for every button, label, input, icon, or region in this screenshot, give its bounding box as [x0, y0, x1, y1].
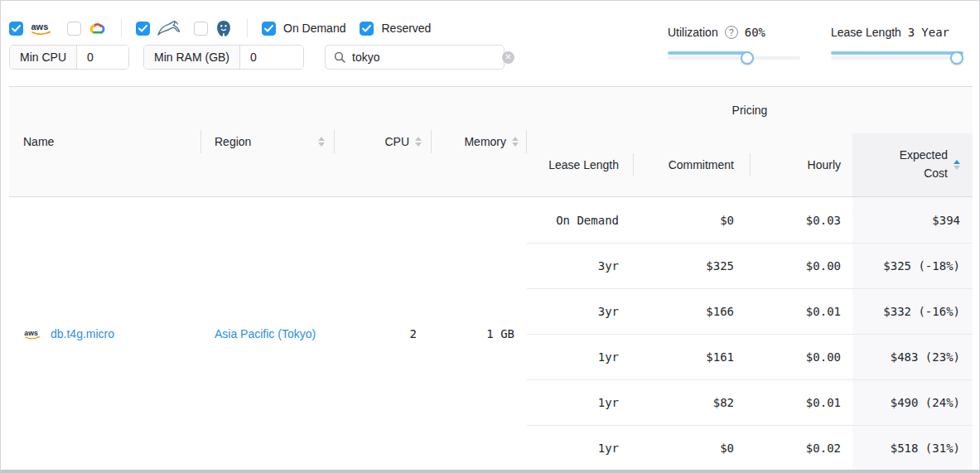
region-sort-icon[interactable] — [318, 137, 325, 147]
lease-value: 1yr — [527, 335, 634, 379]
expected-cost-value: $483 (23%) — [852, 335, 973, 379]
utilization-slider-thumb[interactable] — [741, 51, 754, 65]
name-column-header: Name — [9, 87, 201, 196]
min-cpu-input[interactable] — [77, 46, 128, 69]
expected-cost-column-header[interactable]: Expected Cost — [852, 133, 973, 196]
min-ram-input[interactable] — [240, 46, 303, 69]
cpu-column-header[interactable]: CPU — [335, 87, 432, 196]
region-column-header[interactable]: Region — [201, 87, 335, 196]
aws-checkbox[interactable] — [9, 22, 23, 36]
instances-table: Name Region CPU Memory Pricing — [9, 86, 973, 471]
postgresql-checkbox[interactable] — [194, 22, 208, 36]
clear-search-icon[interactable]: ✕ — [502, 51, 514, 64]
lease-length-label: Lease Length — [831, 26, 901, 39]
cpu-sort-icon[interactable] — [415, 137, 422, 147]
pricing-row: 1yr $0 $0.02 $518 (31%) — [527, 425, 973, 471]
commitment-value: $325 — [634, 244, 751, 288]
utilization-control: Utilization ? 60% — [668, 24, 800, 65]
lease-value: 1yr — [527, 380, 634, 425]
expected-cost-value: $490 (24%) — [852, 380, 973, 425]
lease-length-control: Lease Length 3 Year — [831, 24, 963, 65]
commitment-value: $166 — [634, 289, 751, 334]
svg-text:aws: aws — [24, 328, 38, 336]
hourly-value: $0.01 — [751, 289, 852, 334]
engine-filter-postgresql — [194, 20, 233, 37]
pricing-rows: On Demand $0 $0.03 $394 3yr $325 $0.00 $… — [527, 197, 973, 471]
pricing-column-group: Pricing Lease Length Commitment Hourly — [527, 87, 973, 196]
mysql-checkbox[interactable] — [136, 22, 150, 36]
pricing-row: 3yr $325 $0.00 $325 (-18%) — [527, 243, 973, 288]
instance-name-cell: aws db.t4g.micro — [9, 327, 201, 340]
utilization-slider[interactable] — [668, 51, 800, 65]
expected-cost-value: $394 — [852, 197, 973, 243]
search-input[interactable] — [352, 51, 502, 64]
min-cpu-filter: Min CPU — [9, 45, 129, 70]
reserved-label: Reserved — [381, 22, 431, 35]
search-icon — [334, 51, 345, 63]
pricing-row: On Demand $0 $0.03 $394 — [527, 197, 973, 243]
on-demand-checkbox[interactable] — [262, 22, 276, 36]
lease-length-unit: Year — [921, 26, 949, 39]
min-cpu-label: Min CPU — [10, 46, 77, 69]
aws-logo-icon: aws — [30, 21, 55, 36]
reserved-filter: Reserved — [360, 22, 431, 36]
hourly-value: $0.03 — [751, 197, 852, 243]
memory-column-header[interactable]: Memory — [432, 87, 527, 196]
help-icon[interactable]: ? — [725, 26, 738, 39]
utilization-label: Utilization — [668, 26, 718, 39]
min-ram-filter: Min RAM (GB) — [143, 45, 304, 70]
lease-value: On Demand — [527, 197, 634, 243]
expected-cost-value: $332 (-16%) — [852, 289, 973, 334]
lease-value: 3yr — [527, 244, 634, 288]
toolbar-divider — [121, 19, 122, 37]
memory-sort-icon[interactable] — [512, 137, 519, 147]
pricing-row: 1yr $161 $0.00 $483 (23%) — [527, 334, 973, 379]
instance-cpu-cell: 2 — [335, 327, 432, 340]
filter-input-row: Min CPU Min RAM (GB) ✕ — [9, 45, 504, 70]
hourly-value: $0.01 — [751, 380, 852, 425]
toolbar-divider — [247, 19, 248, 37]
svg-text:aws: aws — [31, 22, 49, 31]
reserved-checkbox[interactable] — [360, 22, 374, 36]
instance-region-link[interactable]: Asia Pacific (Tokyo) — [215, 327, 316, 340]
commitment-value: $82 — [634, 380, 751, 425]
search-filter: ✕ — [325, 45, 504, 70]
postgresql-elephant-icon — [215, 20, 233, 37]
utilization-value: 60% — [745, 26, 765, 39]
lease-length-slider[interactable] — [831, 51, 963, 65]
instance-pricing-app: aws — [0, 0, 980, 473]
lease-length-column-header: Lease Length — [527, 133, 634, 196]
hourly-value: $0.00 — [751, 244, 852, 288]
commitment-value: $161 — [634, 335, 751, 379]
on-demand-label: On Demand — [283, 22, 345, 35]
instance-region-cell: Asia Pacific (Tokyo) — [201, 327, 335, 340]
toolbar: aws — [1, 1, 979, 86]
pricing-row: 1yr $82 $0.01 $490 (24%) — [527, 379, 973, 425]
expected-cost-sort-icon[interactable] — [953, 160, 960, 170]
provider-filter-gcp — [67, 21, 107, 36]
lease-value: 3yr — [527, 289, 634, 334]
provider-filter-aws: aws — [9, 21, 55, 36]
commitment-column-header: Commitment — [634, 133, 751, 196]
hourly-value: $0.00 — [751, 335, 852, 379]
filter-checkbox-row: aws — [9, 17, 431, 40]
mysql-dolphin-icon — [157, 20, 181, 37]
on-demand-filter: On Demand — [262, 22, 345, 36]
lease-length-slider-thumb[interactable] — [950, 51, 963, 65]
instance-name-link[interactable]: db.t4g.micro — [51, 327, 114, 340]
engine-filter-mysql — [136, 20, 181, 37]
pricing-group-label: Pricing — [527, 104, 973, 122]
lease-length-value: 3 — [908, 26, 915, 39]
commitment-value: $0 — [634, 426, 751, 471]
table-row: aws db.t4g.micro Asia Pacific (Tokyo) 2 … — [9, 197, 973, 471]
aws-logo-icon: aws — [23, 328, 43, 340]
expected-cost-value: $325 (-18%) — [852, 244, 973, 288]
lease-value: 1yr — [527, 426, 634, 471]
instance-memory-cell: 1 GB — [432, 327, 527, 340]
expected-cost-value: $518 (31%) — [852, 426, 973, 471]
min-ram-label: Min RAM (GB) — [144, 46, 240, 69]
instance-info-cells: aws db.t4g.micro Asia Pacific (Tokyo) 2 … — [9, 197, 527, 471]
table-header: Name Region CPU Memory Pricing — [9, 86, 973, 197]
gcp-checkbox[interactable] — [67, 22, 81, 36]
commitment-value: $0 — [634, 197, 751, 243]
